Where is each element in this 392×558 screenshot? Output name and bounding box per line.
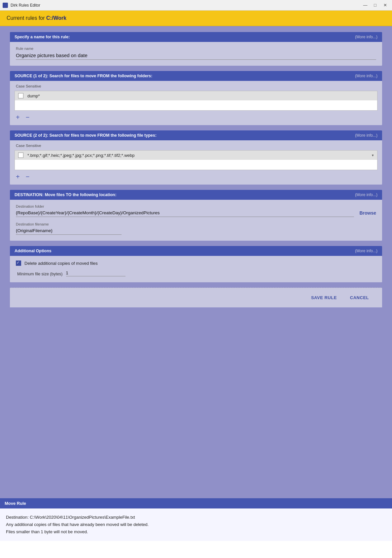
cancel-button[interactable]: CANCEL xyxy=(343,293,375,303)
move-rule-header: Move Rule xyxy=(0,498,392,508)
destination-header: DESTINATION: Move files TO the following… xyxy=(10,190,382,200)
source1-body: Case Sensitive dump* + − xyxy=(10,81,382,125)
dest-folder-input[interactable] xyxy=(16,209,354,217)
dest-filename-label: Destination filename xyxy=(16,222,376,226)
delete-copies-row: Delete additional copies of moved files xyxy=(16,261,376,266)
source1-controls: + − xyxy=(15,114,377,121)
move-rule-line3: Files smaller than 1 byte will not be mo… xyxy=(6,528,386,536)
rule-name-input[interactable] xyxy=(16,51,376,60)
source2-remove-button[interactable]: − xyxy=(25,173,30,180)
source2-controls: + − xyxy=(15,173,377,180)
rule-name-header: Specify a name for this rule: (More info… xyxy=(10,32,382,42)
rule-name-section: Specify a name for this rule: (More info… xyxy=(10,32,382,66)
save-rule-button[interactable]: SAVE RULE xyxy=(304,293,343,303)
destination-header-title: DESTINATION: Move files TO the following… xyxy=(15,192,117,197)
title-bar-controls: — □ ✕ xyxy=(361,2,389,9)
source1-header: SOURCE (1 of 2): Search for files to mov… xyxy=(10,71,382,81)
source2-list: *.bmp;*.gif;*.heic;*.jpeg;*.jpg;*.pcx;*.… xyxy=(15,150,377,170)
close-button[interactable]: ✕ xyxy=(381,2,389,9)
list-item: dump* xyxy=(15,91,377,100)
dest-folder-row: Destination folder Browse xyxy=(16,204,376,217)
delete-copies-checkbox[interactable] xyxy=(16,261,21,266)
title-bar: Dirk Rules Editor — □ ✕ xyxy=(0,0,392,11)
move-rule-line2: Any additional copies of files that have… xyxy=(6,521,386,528)
app-icon xyxy=(3,3,8,8)
current-rules-banner: Current rules for C:/Work xyxy=(0,11,392,26)
banner-prefix: Current rules for xyxy=(7,15,46,21)
title-bar-title: Dirk Rules Editor xyxy=(11,3,40,8)
dest-folder-wrap: Destination folder xyxy=(16,204,354,217)
source2-header: SOURCE (2 of 2): Search for files to mov… xyxy=(10,130,382,140)
delete-copies-label: Delete additional copies of moved files xyxy=(24,261,98,266)
move-rule-line1: Destination: C:\Work\2020\04\11\Organize… xyxy=(6,514,386,521)
source2-more-link[interactable]: (More info...) xyxy=(355,133,377,138)
additional-header-title: Additional Options xyxy=(15,249,52,253)
source1-item-text: dump* xyxy=(27,93,374,98)
source2-body: Case Sensitive *.bmp;*.gif;*.heic;*.jpeg… xyxy=(10,140,382,185)
source1-more-link[interactable]: (More info...) xyxy=(355,74,377,78)
rule-name-body: Rule name xyxy=(10,42,382,66)
dest-filename-input[interactable] xyxy=(16,227,122,235)
dest-folder-label: Destination folder xyxy=(16,204,354,208)
main-content: Specify a name for this rule: (More info… xyxy=(0,26,392,498)
source2-item-checkbox[interactable] xyxy=(18,153,23,158)
source1-item-checkbox[interactable] xyxy=(18,93,23,98)
source2-header-title: SOURCE (2 of 2): Search for files to mov… xyxy=(15,133,157,138)
additional-options-section: Additional Options (More info...) Delete… xyxy=(10,246,382,282)
move-rule-body: Destination: C:\Work\2020\04\11\Organize… xyxy=(0,508,392,541)
min-size-input[interactable] xyxy=(66,270,125,276)
maximize-button[interactable]: □ xyxy=(371,2,379,9)
source2-item-dropdown[interactable]: ▾ xyxy=(372,153,374,157)
source1-add-button[interactable]: + xyxy=(15,114,20,121)
source2-item-text: *.bmp;*.gif;*.heic;*.jpeg;*.jpg;*.pcx;*.… xyxy=(27,153,368,158)
destination-body: Destination folder Browse Destination fi… xyxy=(10,200,382,241)
minimize-button[interactable]: — xyxy=(361,2,370,9)
title-bar-left: Dirk Rules Editor xyxy=(3,3,40,8)
min-size-label: Minimum file size (bytes) xyxy=(17,272,63,276)
source1-header-title: SOURCE (1 of 2): Search for files to mov… xyxy=(15,74,152,78)
additional-header: Additional Options (More info...) xyxy=(10,246,382,256)
destination-section: DESTINATION: Move files TO the following… xyxy=(10,190,382,241)
source2-add-button[interactable]: + xyxy=(15,173,20,180)
additional-more-link[interactable]: (More info...) xyxy=(355,249,377,253)
list-item: *.bmp;*.gif;*.heic;*.jpeg;*.jpg;*.pcx;*.… xyxy=(15,151,377,160)
rule-name-label: Rule name xyxy=(16,47,376,51)
destination-more-link[interactable]: (More info...) xyxy=(355,192,377,197)
source1-case-sensitive: Case Sensitive xyxy=(15,84,377,88)
source1-remove-button[interactable]: − xyxy=(25,114,30,121)
source2-section: SOURCE (2 of 2): Search for files to mov… xyxy=(10,130,382,185)
banner-path: C:/Work xyxy=(46,15,66,21)
footer-buttons: SAVE RULE CANCEL xyxy=(10,288,382,307)
min-size-row: Minimum file size (bytes) xyxy=(16,270,376,276)
rule-name-more-link[interactable]: (More info...) xyxy=(355,35,377,39)
dest-filename-wrap: Destination filename xyxy=(16,222,376,235)
source2-case-sensitive: Case Sensitive xyxy=(15,144,377,148)
source1-section: SOURCE (1 of 2): Search for files to mov… xyxy=(10,71,382,125)
source1-list: dump* xyxy=(15,91,377,111)
move-rule-panel: Move Rule Destination: C:\Work\2020\04\1… xyxy=(0,498,392,541)
browse-button[interactable]: Browse xyxy=(359,210,376,217)
rule-name-header-title: Specify a name for this rule: xyxy=(15,35,70,39)
additional-body: Delete additional copies of moved files … xyxy=(10,256,382,282)
